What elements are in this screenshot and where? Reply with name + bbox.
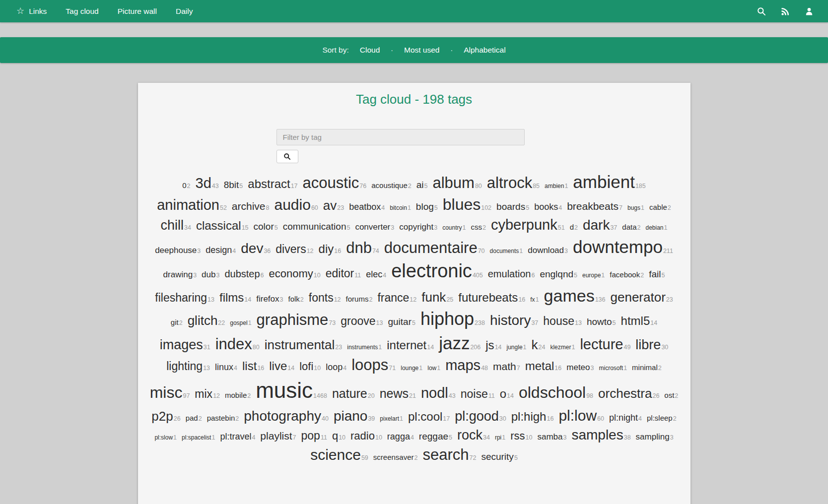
tag-screensaver[interactable]: screensaver2 [373, 452, 418, 462]
tag-oldschool[interactable]: oldschool98 [519, 382, 593, 403]
tag-gospel[interactable]: gospel1 [230, 319, 251, 327]
tag-d[interactable]: d2 [570, 222, 578, 232]
tag-ai[interactable]: ai5 [416, 179, 428, 191]
tag-lighting[interactable]: lighting13 [166, 359, 210, 374]
tag-libre[interactable]: libre30 [635, 336, 668, 354]
tag-ragga[interactable]: ragga4 [387, 431, 414, 442]
sort-option-alphabetical[interactable]: Alphabetical [464, 46, 505, 55]
tag-communication[interactable]: communication5 [283, 221, 350, 233]
tag-documentaire[interactable]: documentaire70 [384, 238, 485, 258]
tag-ost[interactable]: ost2 [664, 390, 678, 400]
tag-samba[interactable]: samba3 [537, 432, 566, 442]
tag-meteo[interactable]: meteo3 [566, 362, 594, 373]
tag-radio[interactable]: radio10 [350, 429, 382, 443]
tag-list[interactable]: list16 [242, 358, 264, 374]
nav-item-daily[interactable]: Daily [176, 7, 193, 16]
tag-pl:travel[interactable]: pl:travel4 [220, 431, 255, 442]
tag-ambien[interactable]: ambien1 [545, 182, 568, 190]
tag-games[interactable]: games136 [544, 285, 606, 307]
tag-loops[interactable]: loops71 [351, 355, 396, 375]
tag-france[interactable]: france12 [377, 291, 416, 306]
tag-playlist[interactable]: playlist7 [260, 429, 296, 442]
tag-acoustic[interactable]: acoustic76 [303, 173, 367, 193]
tag-reggae[interactable]: reggae5 [419, 431, 452, 443]
tag-0[interactable]: 02 [182, 181, 190, 190]
tag-jungle[interactable]: jungle1 [507, 343, 527, 352]
tag-filesharing[interactable]: filesharing13 [155, 291, 214, 306]
tag-minimal[interactable]: minimal2 [632, 363, 662, 373]
tag-pop[interactable]: pop11 [301, 429, 327, 443]
tag-ambient[interactable]: ambient185 [573, 171, 645, 193]
tag-pl:low[interactable]: pl:low60 [558, 406, 604, 425]
tag-linux[interactable]: linux4 [215, 362, 237, 373]
tag-html5[interactable]: html514 [621, 313, 658, 328]
tag-nature[interactable]: nature20 [332, 385, 375, 402]
tag-forums[interactable]: forums2 [346, 294, 373, 304]
tag-facebook[interactable]: facebook2 [610, 270, 644, 280]
tag-futurebeats[interactable]: futurebeats16 [458, 290, 525, 305]
tag-dark[interactable]: dark37 [583, 216, 617, 234]
tag-elec[interactable]: elec4 [366, 269, 386, 280]
tag-beatbox[interactable]: beatbox4 [349, 201, 385, 213]
tag-css[interactable]: css2 [471, 222, 485, 232]
tag-metal[interactable]: metal16 [525, 358, 562, 374]
tag-samples[interactable]: samples38 [571, 426, 630, 444]
tag-lounge[interactable]: lounge1 [401, 364, 422, 373]
tag-pl:sleep[interactable]: pl:sleep2 [647, 413, 677, 423]
tag-glitch[interactable]: glitch22 [188, 313, 225, 329]
tag-internet[interactable]: internet14 [387, 337, 434, 353]
tag-drawing[interactable]: drawing3 [163, 269, 197, 280]
tag-rss[interactable]: rss10 [510, 429, 532, 443]
tag-fx[interactable]: fx1 [530, 296, 539, 304]
tag-documents[interactable]: documents1 [490, 247, 523, 255]
tag-generator[interactable]: generator23 [611, 289, 673, 306]
search-icon[interactable] [757, 6, 766, 16]
nav-item-picture-wall[interactable]: Picture wall [118, 7, 157, 16]
tag-js[interactable]: js14 [485, 337, 501, 353]
tag-europe[interactable]: europe1 [582, 271, 605, 280]
tag-pl:slow[interactable]: pl:slow1 [154, 434, 177, 442]
nav-item-tag-cloud[interactable]: Tag cloud [66, 7, 98, 16]
tag-8bit[interactable]: 8bit5 [224, 179, 243, 191]
tag-copyright[interactable]: copyright3 [399, 222, 437, 233]
tag-bitcoin[interactable]: bitcoin1 [390, 204, 411, 212]
tag-pastebin[interactable]: pastebin2 [207, 413, 239, 423]
tag-cyberpunk[interactable]: cyberpunk51 [491, 216, 565, 235]
tag-archive[interactable]: archive8 [232, 199, 270, 213]
tag-3d[interactable]: 3d43 [196, 174, 219, 193]
tag-jazz[interactable]: jazz206 [439, 332, 481, 355]
tag-math[interactable]: math7 [493, 360, 520, 373]
tag-rock[interactable]: rock34 [457, 427, 490, 444]
tag-lecture[interactable]: lecture49 [580, 335, 630, 354]
tag-englqnd[interactable]: englqnd5 [540, 268, 577, 281]
tag-deephouse[interactable]: deephouse3 [155, 245, 201, 256]
tag-hiphop[interactable]: hiphop238 [420, 308, 485, 331]
tag-films[interactable]: films14 [219, 290, 251, 305]
tag-editor[interactable]: editor11 [326, 266, 361, 281]
tag-maps[interactable]: maps48 [445, 356, 488, 375]
tag-acoustique[interactable]: acoustique2 [371, 181, 412, 190]
tag-divers[interactable]: divers12 [276, 242, 313, 257]
tag-av[interactable]: av23 [323, 197, 344, 214]
tag-debian[interactable]: debian1 [645, 224, 667, 232]
tag-low[interactable]: low1 [427, 364, 440, 373]
tag-bugs[interactable]: bugs1 [627, 204, 644, 212]
tag-sampling[interactable]: sampling3 [636, 432, 674, 442]
tag-history[interactable]: history37 [490, 312, 538, 329]
tag-science[interactable]: science59 [310, 445, 368, 464]
rss-icon[interactable] [780, 6, 790, 16]
tag-dev[interactable]: dev36 [241, 240, 271, 257]
tag-security[interactable]: security5 [481, 451, 517, 463]
user-icon[interactable] [804, 6, 814, 16]
tag-howto[interactable]: howto5 [587, 316, 616, 328]
tag-cable[interactable]: cable2 [649, 202, 671, 212]
tag-animation[interactable]: animation52 [157, 196, 227, 215]
tag-p2p[interactable]: p2p26 [151, 408, 180, 425]
tag-index[interactable]: index80 [215, 334, 260, 354]
filter-submit-button[interactable] [276, 150, 298, 163]
tag-altrock[interactable]: altrock85 [487, 173, 540, 193]
tag-mix[interactable]: mix12 [195, 387, 220, 402]
tag-piano[interactable]: piano39 [334, 407, 375, 425]
tag-instruments[interactable]: instruments1 [347, 343, 382, 352]
tag-fonts[interactable]: fonts12 [309, 291, 341, 306]
